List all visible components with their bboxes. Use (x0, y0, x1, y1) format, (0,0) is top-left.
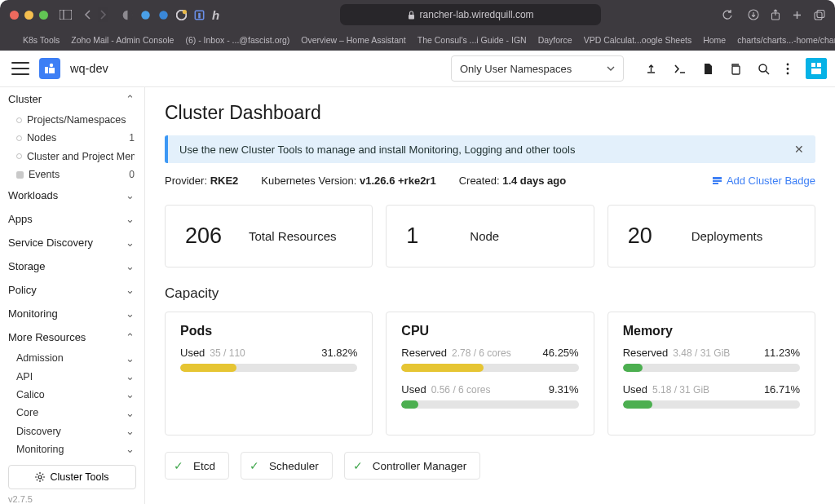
file-icon[interactable] (703, 63, 713, 75)
add-cluster-badge[interactable]: Add Cluster Badge (712, 175, 815, 187)
svg-rect-33 (811, 63, 815, 67)
svg-rect-35 (811, 69, 821, 74)
forward-button (98, 9, 108, 20)
svg-rect-26 (732, 66, 740, 74)
chevron-down-icon (607, 66, 615, 71)
lock-icon (408, 11, 415, 20)
svg-rect-9 (409, 15, 414, 20)
download-icon[interactable] (748, 9, 759, 20)
tabs-icon[interactable] (814, 10, 825, 20)
bookmarks-bar[interactable]: K8s Tools Zoho Mail - Admin Console (6) … (0, 29, 835, 51)
url-bar[interactable]: rancher-lab.wiredquill.com (340, 4, 601, 25)
svg-rect-13 (817, 10, 824, 17)
close-icon[interactable]: ✕ (794, 143, 804, 156)
info-banner: Use the new Cluster Tools to manage and … (165, 135, 815, 163)
sidebar-group-service-discovery[interactable]: Service Discovery⌄ (0, 231, 144, 254)
component-controller-manager: ✓Controller Manager (344, 452, 481, 480)
capacity-card-cpu: CPUReserved2.78 / 6 cores46.25%Used0.56 … (386, 312, 594, 435)
sidebar-item-calico[interactable]: Calico⌄ (0, 386, 144, 404)
sidebar-group-monitoring[interactable]: Monitoring⌄ (0, 302, 144, 325)
sidebar-group-workloads[interactable]: Workloads⌄ (0, 183, 144, 207)
badge-icon (712, 175, 722, 186)
component-scheduler: ✓Scheduler (241, 452, 333, 480)
extension-icons[interactable]: h (122, 8, 219, 22)
sidebar-item-nodes[interactable]: Nodes1 (0, 129, 144, 147)
stat-card-total-resources[interactable]: 206Total Resources (165, 205, 373, 267)
sidebar-item-api[interactable]: API⌄ (0, 367, 144, 385)
sidebar-item-cluster-and-project-members[interactable]: Cluster and Project Members (0, 148, 144, 166)
back-button[interactable] (83, 9, 93, 20)
stat-card-deployments[interactable]: 20Deployments (607, 205, 815, 267)
svg-rect-37 (713, 177, 722, 179)
url-text: rancher-lab.wiredquill.com (420, 9, 534, 20)
svg-point-31 (787, 72, 789, 74)
shell-icon[interactable] (674, 64, 687, 74)
window-controls[interactable] (10, 11, 48, 20)
check-icon: ✓ (353, 459, 363, 472)
component-etcd: ✓Etcd (165, 452, 229, 480)
new-tab-icon[interactable] (792, 10, 802, 20)
svg-line-28 (766, 71, 769, 74)
capacity-title: Capacity (165, 285, 815, 302)
cluster-icon (39, 58, 60, 79)
rancher-logo[interactable] (806, 58, 827, 79)
svg-point-6 (183, 10, 187, 14)
sidebar: Cluster⌃Projects/NamespacesNodes1Cluster… (0, 87, 145, 504)
sidebar-group-cluster[interactable]: Cluster⌃ (0, 87, 144, 111)
svg-point-25 (50, 64, 53, 67)
svg-rect-8 (198, 12, 201, 18)
sidebar-item-admission[interactable]: Admission⌄ (0, 349, 144, 367)
cluster-tools-button[interactable]: Cluster Tools (8, 465, 136, 489)
import-icon[interactable] (645, 63, 657, 75)
sidebar-item-events[interactable]: Events0 (0, 166, 144, 183)
sidebar-item-core[interactable]: Core⌄ (0, 404, 144, 422)
copy-icon[interactable] (729, 63, 741, 75)
menu-toggle[interactable] (11, 62, 29, 75)
capacity-card-pods: PodsUsed35 / 11031.82% (165, 312, 373, 435)
search-icon[interactable] (758, 63, 770, 75)
share-icon[interactable] (771, 9, 780, 20)
kebab-icon[interactable] (786, 63, 789, 75)
svg-point-30 (787, 68, 789, 70)
svg-point-36 (38, 475, 42, 479)
version-label: v2.7.5 (0, 491, 144, 504)
cluster-name: wq-dev (70, 62, 108, 75)
svg-rect-12 (815, 12, 822, 20)
check-icon: ✓ (250, 459, 259, 472)
sidebar-toggle-icon[interactable] (60, 10, 72, 20)
svg-rect-38 (713, 180, 722, 182)
check-icon: ✓ (174, 459, 183, 472)
gear-icon (35, 472, 45, 482)
sidebar-item-projects/namespaces[interactable]: Projects/Namespaces (0, 111, 144, 129)
svg-point-4 (159, 11, 167, 19)
browser-chrome: h rancher-lab.wiredquill.com K8s Tools Z… (0, 0, 835, 51)
svg-rect-34 (817, 63, 821, 67)
stat-card-node[interactable]: 1Node (386, 205, 594, 267)
svg-point-29 (787, 63, 789, 65)
namespace-filter[interactable]: Only User Namespaces (451, 55, 624, 82)
sidebar-group-more-resources[interactable]: More Resources⌃ (0, 325, 144, 349)
svg-rect-39 (713, 183, 718, 184)
app-header: wq-dev Only User Namespaces (0, 51, 835, 87)
sidebar-group-policy[interactable]: Policy⌄ (0, 278, 144, 302)
reload-icon[interactable] (722, 9, 733, 20)
sidebar-item-discovery[interactable]: Discovery⌄ (0, 422, 144, 440)
svg-point-3 (141, 11, 149, 19)
svg-rect-24 (49, 68, 55, 73)
svg-rect-0 (60, 10, 72, 20)
svg-point-27 (759, 64, 767, 72)
svg-rect-23 (45, 67, 48, 73)
page-title: Cluster Dashboard (165, 102, 815, 124)
sidebar-group-storage[interactable]: Storage⌄ (0, 254, 144, 278)
cluster-meta: Provider: RKE2 Kubernetes Version: v1.26… (165, 175, 815, 187)
capacity-card-memory: MemoryReserved3.48 / 31 GiB11.23%Used5.1… (607, 312, 815, 435)
main-content: Cluster Dashboard Use the new Cluster To… (145, 87, 835, 504)
sidebar-item-monitoring[interactable]: Monitoring⌄ (0, 440, 144, 458)
sidebar-group-apps[interactable]: Apps⌄ (0, 207, 144, 231)
